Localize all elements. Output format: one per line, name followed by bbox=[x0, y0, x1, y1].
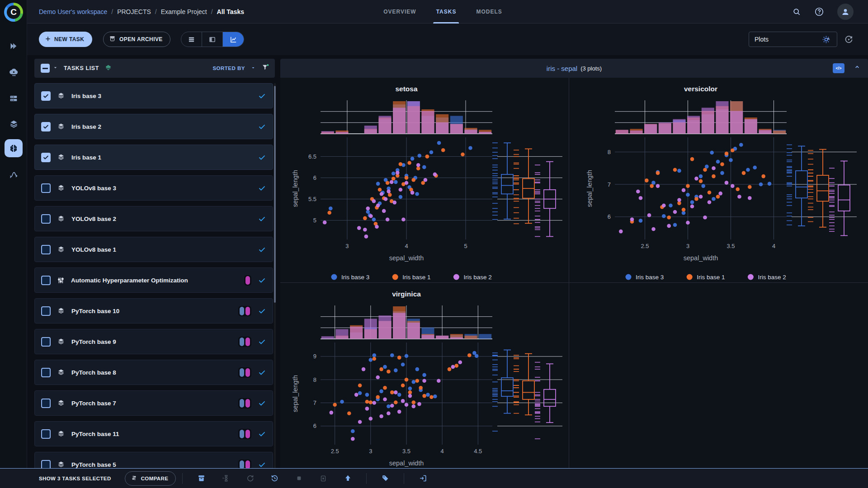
task-row[interactable]: PyTorch base 7 bbox=[34, 390, 273, 416]
task-row[interactable]: Iris base 2 bbox=[34, 114, 273, 139]
sorted-by-label[interactable]: SORTED BY bbox=[212, 66, 245, 71]
task-name: YOLOv8 base 2 bbox=[71, 216, 116, 222]
svg-text:2.5: 2.5 bbox=[641, 243, 649, 249]
svg-text:6: 6 bbox=[313, 422, 316, 429]
open-archive-button[interactable]: OPEN ARCHIVE bbox=[103, 32, 170, 47]
task-checkbox[interactable] bbox=[41, 399, 51, 408]
task-name: PyTorch base 5 bbox=[71, 461, 116, 468]
chevron-down-icon[interactable] bbox=[52, 64, 58, 72]
versicolor-plot: versicolor6782.533.54sepal_widthsepal_le… bbox=[576, 80, 861, 282]
task-row[interactable]: PyTorch base 9 bbox=[34, 329, 273, 354]
task-checkbox[interactable] bbox=[41, 368, 51, 377]
task-name: PyTorch base 8 bbox=[71, 369, 116, 376]
chart-view-button[interactable] bbox=[223, 32, 244, 47]
tasks-scrollbar[interactable] bbox=[274, 83, 276, 468]
breadcrumb-projects[interactable]: PROJECTS bbox=[117, 8, 151, 15]
experiment-icon bbox=[57, 245, 66, 254]
compare-button[interactable]: COMPARE bbox=[125, 471, 176, 486]
tag-pill bbox=[245, 368, 250, 377]
embed-code-icon[interactable]: </> bbox=[833, 63, 844, 73]
add-tag-icon[interactable] bbox=[377, 471, 393, 486]
enqueue-icon[interactable] bbox=[218, 471, 233, 486]
chevron-down-icon[interactable] bbox=[250, 64, 256, 72]
abort-icon[interactable] bbox=[291, 471, 307, 486]
task-row[interactable]: YOLOv8 base 1 bbox=[34, 237, 273, 262]
clearml-logo[interactable]: C bbox=[4, 3, 23, 22]
svg-text:Iris base 1: Iris base 1 bbox=[697, 274, 725, 281]
plus-icon bbox=[45, 36, 51, 43]
task-row[interactable]: PyTorch base 10 bbox=[34, 298, 273, 324]
task-row[interactable]: Automatic Hyperparameter Optimization bbox=[34, 267, 273, 293]
toolbar: NEW TASK OPEN ARCHIVE Plots bbox=[27, 23, 868, 55]
queues-icon[interactable] bbox=[5, 89, 23, 108]
help-icon[interactable] bbox=[812, 5, 826, 19]
customize-columns-icon[interactable] bbox=[104, 64, 112, 73]
task-row[interactable]: YOLOv8 base 3 bbox=[34, 175, 273, 201]
abort-all-children-icon[interactable] bbox=[316, 471, 331, 486]
status-check-icon bbox=[258, 368, 266, 377]
new-task-button[interactable]: NEW TASK bbox=[39, 32, 92, 47]
breadcrumb: Demo User's workspace / PROJECTS / Examp… bbox=[39, 8, 244, 15]
select-all-checkbox[interactable] bbox=[41, 64, 50, 73]
svg-text:3: 3 bbox=[686, 243, 689, 249]
svg-text:7: 7 bbox=[313, 399, 316, 406]
clearml-app: C Demo User's workspace / PROJECTS / Exa… bbox=[0, 0, 868, 488]
task-checkbox[interactable] bbox=[41, 306, 51, 316]
task-checkbox[interactable] bbox=[41, 183, 51, 193]
task-row[interactable]: PyTorch base 5 bbox=[34, 452, 273, 468]
tag-pills bbox=[238, 429, 251, 439]
table-view-button[interactable] bbox=[181, 32, 202, 47]
tasks-list-header: TASKS LIST SORTED BY bbox=[34, 59, 275, 78]
getting-started-icon[interactable] bbox=[5, 37, 23, 55]
archive-icon[interactable] bbox=[193, 471, 209, 486]
tab-overview[interactable]: OVERVIEW bbox=[383, 0, 416, 23]
show-selected-label[interactable]: SHOW 3 TASKS SELECTED bbox=[39, 476, 111, 481]
task-name: Iris base 3 bbox=[71, 93, 101, 99]
task-checkbox[interactable] bbox=[41, 122, 51, 131]
experiment-icon bbox=[57, 337, 66, 346]
collapse-icon[interactable] bbox=[854, 63, 861, 72]
breadcrumb-workspace[interactable]: Demo User's workspace bbox=[39, 8, 107, 15]
auto-refresh-icon[interactable] bbox=[842, 33, 855, 46]
task-checkbox[interactable] bbox=[41, 153, 51, 162]
avatar[interactable] bbox=[837, 4, 854, 20]
split-view-button[interactable] bbox=[202, 32, 223, 47]
status-check-icon bbox=[258, 245, 266, 254]
status-check-icon bbox=[258, 430, 266, 438]
reset-icon[interactable] bbox=[242, 471, 258, 486]
task-checkbox[interactable] bbox=[41, 429, 51, 439]
svg-text:3: 3 bbox=[345, 243, 349, 249]
plot-cell-versicolor[interactable]: versicolor6782.533.54sepal_widthsepal_le… bbox=[569, 78, 868, 282]
tab-tasks[interactable]: TASKS bbox=[436, 0, 457, 23]
task-checkbox[interactable] bbox=[41, 214, 51, 224]
search-icon[interactable] bbox=[789, 5, 804, 19]
task-row[interactable]: YOLOv8 base 2 bbox=[34, 206, 273, 231]
projects-icon[interactable] bbox=[5, 139, 23, 157]
status-check-icon bbox=[258, 399, 266, 408]
task-checkbox[interactable] bbox=[41, 276, 51, 285]
tag-pill bbox=[245, 276, 250, 285]
tab-models[interactable]: MODELS bbox=[476, 0, 502, 23]
task-row[interactable]: PyTorch base 8 bbox=[34, 360, 273, 385]
move-to-project-icon[interactable] bbox=[415, 471, 430, 486]
filter-icon[interactable] bbox=[261, 63, 269, 73]
breadcrumb-project[interactable]: Example Project bbox=[161, 8, 207, 15]
plot-cell-setosa[interactable]: setosa55.566.5345sepal_widthsepal_length… bbox=[280, 78, 569, 282]
datasets-icon[interactable] bbox=[5, 115, 23, 133]
task-row[interactable]: Iris base 3 bbox=[34, 83, 273, 108]
task-row[interactable]: Iris base 1 bbox=[34, 145, 273, 170]
plots-group-header[interactable]: iris - sepal (3 plots) </> bbox=[280, 59, 868, 78]
publish-icon[interactable] bbox=[340, 471, 355, 486]
tasks-scrollbar-thumb[interactable] bbox=[274, 86, 276, 303]
pipelines-icon[interactable] bbox=[5, 165, 23, 183]
retry-icon[interactable] bbox=[267, 471, 282, 486]
task-checkbox[interactable] bbox=[41, 91, 51, 101]
task-checkbox[interactable] bbox=[41, 460, 51, 469]
workers-icon[interactable] bbox=[5, 63, 23, 81]
settings-gear-icon[interactable] bbox=[819, 33, 833, 46]
plot-cell-virginica[interactable]: virginica67892.533.544.5sepal_widthsepal… bbox=[280, 283, 569, 487]
task-row[interactable]: PyTorch base 11 bbox=[34, 421, 273, 446]
task-checkbox[interactable] bbox=[41, 337, 51, 347]
svg-text:5.5: 5.5 bbox=[308, 196, 316, 202]
task-checkbox[interactable] bbox=[41, 245, 51, 254]
